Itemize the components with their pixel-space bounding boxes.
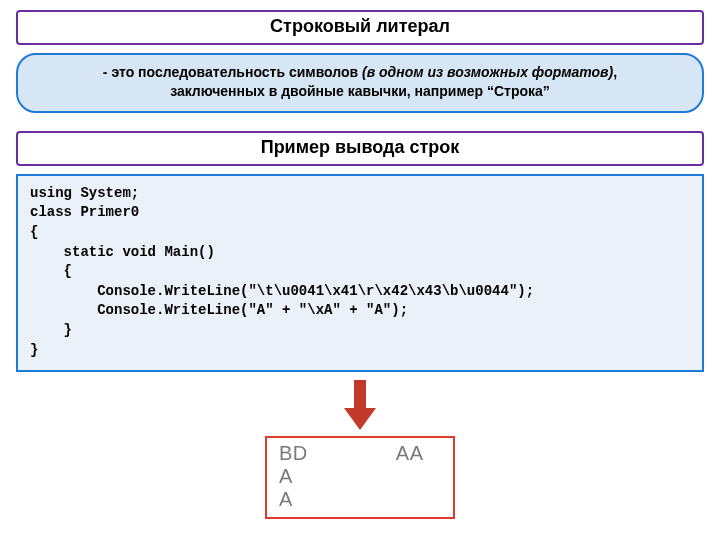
definition-italic: (в одном из возможных форматов) [362, 64, 613, 80]
definition-text-2: заключенных в двойные кавычки, например … [170, 83, 550, 99]
svg-rect-0 [354, 380, 366, 410]
output-line-2: A [279, 465, 443, 488]
code-example: using System; class Primer0 { static voi… [16, 174, 704, 372]
arrow-down-icon [342, 378, 378, 432]
output-line-3: A [279, 488, 443, 511]
definition-comma: , [613, 64, 617, 80]
definition-box: - это последовательность символов (в одн… [16, 53, 704, 113]
output-aa: AA [396, 442, 424, 464]
arrow-container [16, 378, 704, 432]
output-line-1: BDAA [279, 442, 443, 465]
console-output-box: BDAA A A [265, 436, 455, 519]
svg-marker-1 [344, 408, 376, 430]
title-string-literal: Строковый литерал [16, 10, 704, 45]
output-bd: BD [279, 442, 308, 464]
definition-text-1: - это последовательность символов [103, 64, 362, 80]
title-example-output: Пример вывода строк [16, 131, 704, 166]
